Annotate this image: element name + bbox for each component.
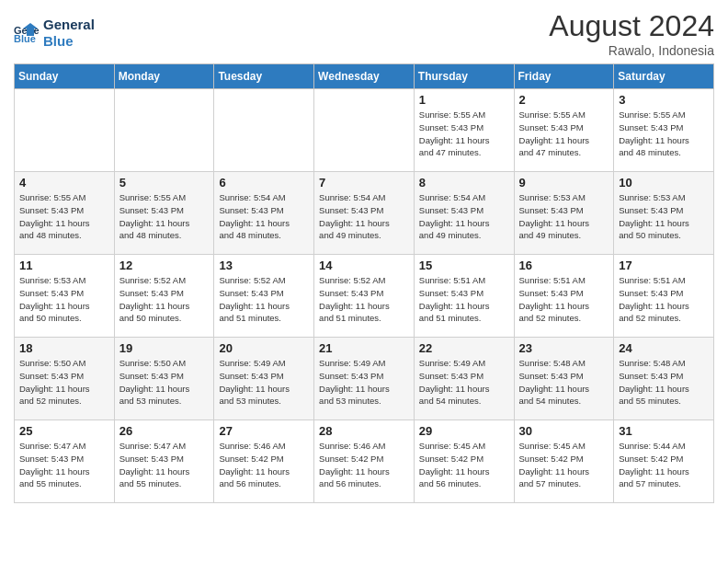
calendar-cell: 24Sunrise: 5:48 AMSunset: 5:43 PMDayligh… (614, 338, 714, 420)
day-info: Sunrise: 5:48 AMSunset: 5:43 PMDaylight:… (619, 357, 709, 408)
calendar-cell: 3Sunrise: 5:55 AMSunset: 5:43 PMDaylight… (614, 89, 714, 172)
day-info: Sunrise: 5:55 AMSunset: 5:43 PMDaylight:… (519, 109, 609, 159)
location-subtitle: Rawalo, Indonesia (549, 43, 714, 58)
header-wednesday: Wednesday (314, 64, 415, 89)
day-info: Sunrise: 5:49 AMSunset: 5:43 PMDaylight:… (319, 357, 409, 408)
day-info: Sunrise: 5:54 AMSunset: 5:43 PMDaylight:… (219, 191, 309, 242)
day-number: 22 (419, 341, 509, 355)
calendar-cell: 11Sunrise: 5:53 AMSunset: 5:43 PMDayligh… (15, 255, 115, 338)
calendar-header-row: Sunday Monday Tuesday Wednesday Thursday… (15, 64, 714, 89)
calendar-cell (214, 89, 314, 172)
calendar-cell (314, 89, 415, 172)
day-number: 31 (619, 424, 709, 438)
day-number: 7 (319, 176, 409, 190)
day-number: 30 (519, 424, 609, 438)
day-info: Sunrise: 5:55 AMSunset: 5:43 PMDaylight:… (619, 109, 709, 159)
day-number: 1 (419, 93, 509, 107)
day-number: 18 (19, 341, 109, 355)
title-area: August 2024 Rawalo, Indonesia (549, 9, 714, 58)
calendar-cell: 1Sunrise: 5:55 AMSunset: 5:43 PMDaylight… (414, 89, 514, 172)
calendar-cell: 18Sunrise: 5:50 AMSunset: 5:43 PMDayligh… (15, 338, 115, 420)
calendar-week-row: 18Sunrise: 5:50 AMSunset: 5:43 PMDayligh… (15, 338, 714, 420)
day-number: 24 (619, 341, 709, 355)
day-info: Sunrise: 5:55 AMSunset: 5:43 PMDaylight:… (419, 109, 509, 159)
calendar-table: Sunday Monday Tuesday Wednesday Thursday… (14, 63, 714, 503)
day-info: Sunrise: 5:55 AMSunset: 5:43 PMDaylight:… (119, 191, 210, 242)
logo: General Blue General Blue (14, 17, 95, 50)
calendar-cell: 12Sunrise: 5:52 AMSunset: 5:43 PMDayligh… (114, 255, 214, 338)
header-tuesday: Tuesday (214, 64, 314, 89)
day-info: Sunrise: 5:46 AMSunset: 5:42 PMDaylight:… (319, 440, 409, 490)
day-number: 28 (319, 424, 409, 438)
calendar-week-row: 1Sunrise: 5:55 AMSunset: 5:43 PMDaylight… (15, 89, 714, 172)
day-number: 16 (519, 259, 609, 272)
day-number: 4 (19, 176, 109, 190)
day-number: 23 (519, 341, 609, 355)
header-thursday: Thursday (414, 64, 514, 89)
calendar-cell: 31Sunrise: 5:44 AMSunset: 5:42 PMDayligh… (614, 420, 714, 503)
calendar-cell: 26Sunrise: 5:47 AMSunset: 5:43 PMDayligh… (114, 420, 214, 503)
day-info: Sunrise: 5:55 AMSunset: 5:43 PMDaylight:… (19, 191, 109, 242)
day-number: 10 (619, 176, 709, 190)
calendar-cell: 7Sunrise: 5:54 AMSunset: 5:43 PMDaylight… (314, 172, 415, 255)
calendar-cell: 6Sunrise: 5:54 AMSunset: 5:43 PMDaylight… (214, 172, 314, 255)
day-number: 9 (519, 176, 609, 190)
day-number: 3 (619, 93, 709, 107)
day-number: 19 (119, 341, 210, 355)
day-number: 13 (219, 259, 309, 272)
calendar-cell: 30Sunrise: 5:45 AMSunset: 5:42 PMDayligh… (514, 420, 614, 503)
logo-blue: Blue (43, 33, 95, 50)
calendar-cell: 2Sunrise: 5:55 AMSunset: 5:43 PMDaylight… (514, 89, 614, 172)
day-number: 15 (419, 259, 509, 272)
day-info: Sunrise: 5:45 AMSunset: 5:42 PMDaylight:… (419, 440, 509, 490)
day-info: Sunrise: 5:45 AMSunset: 5:42 PMDaylight:… (519, 440, 609, 490)
day-info: Sunrise: 5:52 AMSunset: 5:43 PMDaylight:… (119, 274, 210, 325)
day-info: Sunrise: 5:54 AMSunset: 5:43 PMDaylight:… (319, 191, 409, 242)
logo-general: General (43, 17, 95, 33)
header-monday: Monday (114, 64, 214, 89)
day-number: 5 (119, 176, 210, 190)
header-sunday: Sunday (15, 64, 115, 89)
calendar-cell: 5Sunrise: 5:55 AMSunset: 5:43 PMDaylight… (114, 172, 214, 255)
calendar-cell (114, 89, 214, 172)
header-saturday: Saturday (614, 64, 714, 89)
day-info: Sunrise: 5:52 AMSunset: 5:43 PMDaylight:… (319, 274, 409, 325)
day-info: Sunrise: 5:51 AMSunset: 5:43 PMDaylight:… (419, 274, 509, 325)
calendar-cell: 21Sunrise: 5:49 AMSunset: 5:43 PMDayligh… (314, 338, 415, 420)
day-info: Sunrise: 5:53 AMSunset: 5:43 PMDaylight:… (619, 191, 709, 242)
calendar-cell: 22Sunrise: 5:49 AMSunset: 5:43 PMDayligh… (414, 338, 514, 420)
day-number: 14 (319, 259, 409, 272)
calendar-week-row: 11Sunrise: 5:53 AMSunset: 5:43 PMDayligh… (15, 255, 714, 338)
day-info: Sunrise: 5:53 AMSunset: 5:43 PMDaylight:… (19, 274, 109, 325)
day-info: Sunrise: 5:51 AMSunset: 5:43 PMDaylight:… (519, 274, 609, 325)
calendar-cell: 9Sunrise: 5:53 AMSunset: 5:43 PMDaylight… (514, 172, 614, 255)
day-info: Sunrise: 5:47 AMSunset: 5:43 PMDaylight:… (19, 440, 109, 490)
day-number: 21 (319, 341, 409, 355)
calendar-cell: 10Sunrise: 5:53 AMSunset: 5:43 PMDayligh… (614, 172, 714, 255)
day-number: 25 (19, 424, 109, 438)
day-number: 20 (219, 341, 309, 355)
day-info: Sunrise: 5:54 AMSunset: 5:43 PMDaylight:… (419, 191, 509, 242)
day-info: Sunrise: 5:49 AMSunset: 5:43 PMDaylight:… (219, 357, 309, 408)
day-number: 2 (519, 93, 609, 107)
day-info: Sunrise: 5:50 AMSunset: 5:43 PMDaylight:… (119, 357, 210, 408)
day-number: 26 (119, 424, 210, 438)
day-number: 11 (19, 259, 109, 272)
calendar-cell: 15Sunrise: 5:51 AMSunset: 5:43 PMDayligh… (414, 255, 514, 338)
calendar-week-row: 25Sunrise: 5:47 AMSunset: 5:43 PMDayligh… (15, 420, 714, 503)
calendar-cell (15, 89, 115, 172)
calendar-cell: 4Sunrise: 5:55 AMSunset: 5:43 PMDaylight… (15, 172, 115, 255)
calendar-cell: 29Sunrise: 5:45 AMSunset: 5:42 PMDayligh… (414, 420, 514, 503)
day-info: Sunrise: 5:48 AMSunset: 5:43 PMDaylight:… (519, 357, 609, 408)
calendar-cell: 28Sunrise: 5:46 AMSunset: 5:42 PMDayligh… (314, 420, 415, 503)
day-number: 12 (119, 259, 210, 272)
calendar-cell: 20Sunrise: 5:49 AMSunset: 5:43 PMDayligh… (214, 338, 314, 420)
header-friday: Friday (514, 64, 614, 89)
calendar-cell: 19Sunrise: 5:50 AMSunset: 5:43 PMDayligh… (114, 338, 214, 420)
day-info: Sunrise: 5:50 AMSunset: 5:43 PMDaylight:… (19, 357, 109, 408)
calendar-cell: 27Sunrise: 5:46 AMSunset: 5:42 PMDayligh… (214, 420, 314, 503)
day-number: 6 (219, 176, 309, 190)
day-info: Sunrise: 5:46 AMSunset: 5:42 PMDaylight:… (219, 440, 309, 490)
calendar-cell: 14Sunrise: 5:52 AMSunset: 5:43 PMDayligh… (314, 255, 415, 338)
day-number: 8 (419, 176, 509, 190)
